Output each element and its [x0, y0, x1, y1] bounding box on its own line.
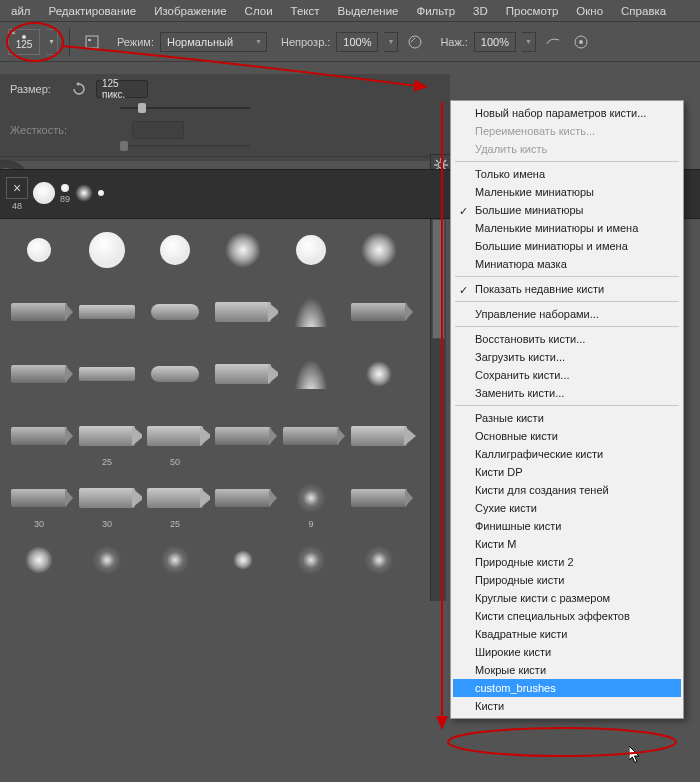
brush-preset[interactable]: [74, 535, 140, 595]
menu-item[interactable]: Новый набор параметров кисти...: [453, 104, 681, 122]
brush-preset[interactable]: [346, 535, 412, 595]
airbrush-toggle[interactable]: [542, 31, 564, 53]
menu-item[interactable]: ✓Показать недавние кисти: [453, 280, 681, 298]
menu-help[interactable]: Справка: [612, 5, 675, 17]
menu-item[interactable]: Миниатюра мазка: [453, 255, 681, 273]
menu-item[interactable]: Кисти: [453, 697, 681, 715]
brush-preset[interactable]: 25: [74, 411, 140, 471]
brush-preset[interactable]: [210, 473, 276, 533]
flow-field[interactable]: 100%: [474, 32, 516, 52]
brush-preset[interactable]: [6, 411, 72, 471]
menu-item[interactable]: Каллиграфические кисти: [453, 445, 681, 463]
menu-3d[interactable]: 3D: [464, 5, 497, 17]
menu-select[interactable]: Выделение: [329, 5, 408, 17]
brush-preset[interactable]: [278, 535, 344, 595]
brush-preset[interactable]: [142, 225, 208, 285]
menu-file[interactable]: айл: [2, 5, 40, 17]
brush-preset[interactable]: [74, 287, 140, 347]
menu-item[interactable]: Квадратные кисти: [453, 625, 681, 643]
menu-bar[interactable]: айл Редактирование Изображение Слои Текс…: [0, 0, 700, 22]
menu-item[interactable]: Мокрые кисти: [453, 661, 681, 679]
brush-preset[interactable]: [278, 225, 344, 285]
recent-brush[interactable]: ×48: [6, 177, 28, 211]
menu-item[interactable]: Финишные кисти: [453, 517, 681, 535]
scrollbar-thumb[interactable]: [432, 219, 445, 339]
menu-item[interactable]: Основные кисти: [453, 427, 681, 445]
brush-preset[interactable]: [278, 287, 344, 347]
menu-item[interactable]: Заменить кисти...: [453, 384, 681, 402]
recent-brush[interactable]: 89: [60, 184, 70, 204]
menu-item[interactable]: Маленькие миниатюры и имена: [453, 219, 681, 237]
brush-grid-scrollbar[interactable]: [430, 219, 446, 601]
recent-brush[interactable]: [33, 182, 55, 206]
brush-preset[interactable]: [210, 225, 276, 285]
recent-brush[interactable]: [98, 190, 104, 198]
pressure-opacity-icon[interactable]: [404, 31, 426, 53]
brush-preset[interactable]: [346, 287, 412, 347]
brush-preset[interactable]: [74, 225, 140, 285]
brush-preset[interactable]: [346, 473, 412, 533]
brush-preset[interactable]: [210, 287, 276, 347]
menu-item[interactable]: Природные кисти: [453, 571, 681, 589]
brush-preset[interactable]: [142, 349, 208, 409]
brush-preset[interactable]: 30: [6, 473, 72, 533]
size-slider[interactable]: [120, 104, 250, 112]
brush-preset[interactable]: [142, 535, 208, 595]
recent-brush[interactable]: [75, 184, 93, 204]
brush-preset[interactable]: [74, 349, 140, 409]
menu-window[interactable]: Окно: [567, 5, 612, 17]
menu-item[interactable]: Только имена: [453, 165, 681, 183]
menu-layers[interactable]: Слои: [236, 5, 282, 17]
menu-item[interactable]: Сохранить кисти...: [453, 366, 681, 384]
brush-preset-dropdown[interactable]: ▼: [46, 29, 58, 55]
menu-item[interactable]: Кисти для создания теней: [453, 481, 681, 499]
menu-item[interactable]: Природные кисти 2: [453, 553, 681, 571]
size-input[interactable]: 125 пикс.: [96, 80, 148, 98]
menu-item[interactable]: custom_brushes: [453, 679, 681, 697]
menu-item[interactable]: Маленькие миниатюры: [453, 183, 681, 201]
brush-preset[interactable]: [6, 287, 72, 347]
menu-item[interactable]: Разные кисти: [453, 409, 681, 427]
menu-item[interactable]: Загрузить кисти...: [453, 348, 681, 366]
menu-item[interactable]: Кисти DP: [453, 463, 681, 481]
hardness-slider[interactable]: [120, 142, 250, 150]
menu-item[interactable]: Круглые кисти с размером: [453, 589, 681, 607]
brush-preset[interactable]: [6, 535, 72, 595]
menu-item[interactable]: Кисти специальных эффектов: [453, 607, 681, 625]
menu-view[interactable]: Просмотр: [497, 5, 568, 17]
menu-item[interactable]: Восстановить кисти...: [453, 330, 681, 348]
brush-preset[interactable]: 25: [142, 473, 208, 533]
brush-preset[interactable]: [142, 287, 208, 347]
menu-item[interactable]: Кисти M: [453, 535, 681, 553]
brush-preset[interactable]: [210, 349, 276, 409]
brush-preset[interactable]: [278, 411, 344, 471]
brush-preset[interactable]: 9: [278, 473, 344, 533]
brush-preset[interactable]: [6, 225, 72, 285]
pressure-size-icon[interactable]: [570, 31, 592, 53]
opacity-dropdown[interactable]: ▼: [384, 32, 398, 52]
menu-edit[interactable]: Редактирование: [40, 5, 146, 17]
brush-preset[interactable]: [346, 411, 412, 471]
menu-item[interactable]: ✓Большие миниатюры: [453, 201, 681, 219]
blend-mode-dropdown[interactable]: Нормальный▼: [160, 32, 267, 52]
brush-preset[interactable]: [278, 349, 344, 409]
flow-dropdown[interactable]: ▼: [522, 32, 536, 52]
brush-preset[interactable]: [346, 225, 412, 285]
brush-preset[interactable]: 50: [142, 411, 208, 471]
menu-text[interactable]: Текст: [282, 5, 329, 17]
menu-item[interactable]: Большие миниатюры и имена: [453, 237, 681, 255]
hardness-input[interactable]: [132, 121, 184, 139]
menu-filter[interactable]: Фильтр: [407, 5, 464, 17]
reset-icon[interactable]: [68, 78, 90, 100]
menu-image[interactable]: Изображение: [145, 5, 235, 17]
brush-preset[interactable]: [346, 349, 412, 409]
menu-item[interactable]: Широкие кисти: [453, 643, 681, 661]
brush-preset-swatch[interactable]: × 125: [8, 29, 40, 55]
opacity-field[interactable]: 100%: [336, 32, 378, 52]
menu-item[interactable]: Управление наборами...: [453, 305, 681, 323]
menu-item[interactable]: Сухие кисти: [453, 499, 681, 517]
brush-preset[interactable]: [210, 411, 276, 471]
brush-preset[interactable]: 30: [74, 473, 140, 533]
brush-preset[interactable]: [210, 535, 276, 595]
brush-preset[interactable]: [6, 349, 72, 409]
